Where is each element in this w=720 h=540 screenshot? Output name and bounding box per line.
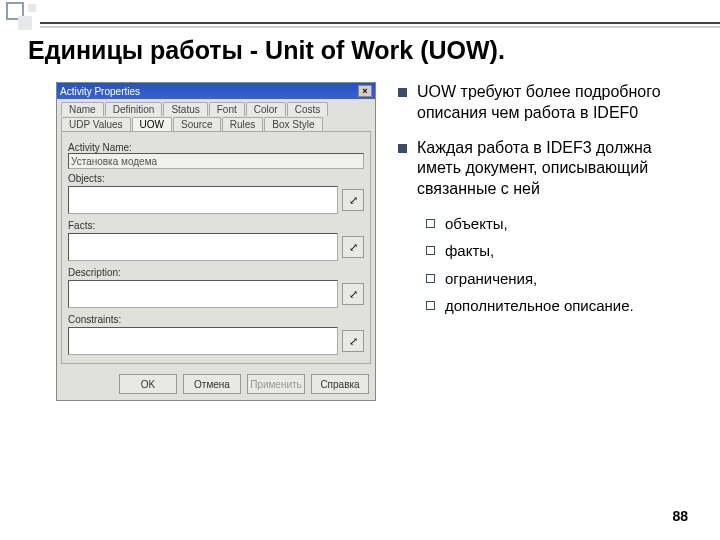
constraints-label: Constraints: [68,314,364,325]
help-button[interactable]: Справка [311,374,369,394]
objects-label: Objects: [68,173,364,184]
sub-bullet-item: дополнительное описание. [426,296,692,316]
description-input[interactable] [68,280,338,308]
tab-color[interactable]: Color [246,102,286,116]
tab-costs[interactable]: Costs [287,102,329,116]
activity-name-label: Activity Name: [68,142,364,153]
hollow-square-icon [426,219,435,228]
cancel-button[interactable]: Отмена [183,374,241,394]
ok-button[interactable]: OK [119,374,177,394]
sub-bullet-item: объекты, [426,214,692,234]
zoom-icon[interactable]: ⤢ [342,283,364,305]
tab-udp[interactable]: UDP Values [61,117,131,131]
sub-bullet-text: дополнительное описание. [445,296,634,316]
bullet-item: UOW требуют более подробного описания че… [398,82,692,124]
sub-bullet-item: ограничения, [426,269,692,289]
dialog-title: Activity Properties [60,86,140,97]
tab-rules[interactable]: Rules [222,117,264,131]
tab-source[interactable]: Source [173,117,221,131]
objects-input[interactable] [68,186,338,214]
tab-uow[interactable]: UOW [132,117,172,131]
tab-definition[interactable]: Definition [105,102,163,116]
constraints-input[interactable] [68,327,338,355]
sub-bullet-item: факты, [426,241,692,261]
bullet-list: UOW требуют более подробного описания че… [398,82,692,401]
tab-status[interactable]: Status [163,102,207,116]
square-bullet-icon [398,144,407,153]
bullet-item: Каждая работа в IDEF3 должна иметь докум… [398,138,692,200]
page-number: 88 [672,508,688,524]
close-icon[interactable]: × [358,85,372,97]
facts-label: Facts: [68,220,364,231]
activity-name-value: Установка модема [68,153,364,169]
sub-bullet-text: объекты, [445,214,508,234]
square-bullet-icon [398,88,407,97]
tab-font[interactable]: Font [209,102,245,116]
dialog-titlebar: Activity Properties × [57,83,375,99]
description-label: Description: [68,267,364,278]
hollow-square-icon [426,246,435,255]
activity-properties-dialog: Activity Properties × Name Definition St… [56,82,376,401]
hollow-square-icon [426,301,435,310]
bullet-text: UOW требуют более подробного описания че… [417,82,692,124]
facts-input[interactable] [68,233,338,261]
zoom-icon[interactable]: ⤢ [342,330,364,352]
bullet-text: Каждая работа в IDEF3 должна иметь докум… [417,138,692,200]
tab-panel-uow: Activity Name: Установка модема Objects:… [61,131,371,364]
sub-bullet-text: ограничения, [445,269,537,289]
tab-name[interactable]: Name [61,102,104,116]
zoom-icon[interactable]: ⤢ [342,236,364,258]
dialog-button-row: OK Отмена Применить Справка [57,368,375,400]
tab-boxstyle[interactable]: Box Style [264,117,322,131]
zoom-icon[interactable]: ⤢ [342,189,364,211]
apply-button[interactable]: Применить [247,374,305,394]
slide-title: Единицы работы - Unit of Work (UOW). [28,36,505,65]
sub-bullet-text: факты, [445,241,494,261]
hollow-square-icon [426,274,435,283]
dialog-tabs: Name Definition Status Font Color Costs … [57,99,375,131]
